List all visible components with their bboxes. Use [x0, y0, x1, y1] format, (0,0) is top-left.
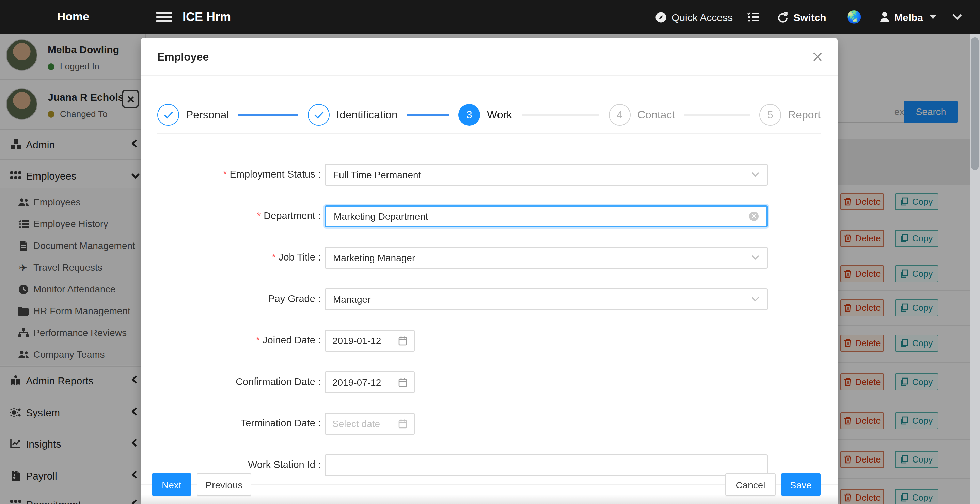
divider [158, 133, 821, 134]
work-station-id-label: Work Station Id [248, 459, 321, 470]
wizard-steps: Personal Identification 3 Work 4 Contact [158, 104, 821, 126]
switch-user-button[interactable]: Switch [777, 0, 826, 34]
chevron-down-icon [751, 255, 759, 260]
step-number-circle: 3 [458, 104, 480, 126]
calendar-icon [398, 377, 407, 387]
quick-access-button[interactable]: Quick Access [655, 0, 733, 34]
close-icon [813, 52, 822, 62]
next-button[interactable]: Next [152, 473, 191, 496]
modal-header: Employee [141, 38, 838, 76]
confirmation-date-label: Confirmation Date [235, 376, 321, 387]
chevron-down-icon [751, 296, 759, 302]
job-title-select[interactable]: Marketing Manager [325, 247, 767, 269]
step-number-circle: 5 [759, 104, 781, 126]
step-check-circle [158, 104, 179, 126]
step-connector [522, 114, 599, 116]
termination-date-picker[interactable]: Select date [325, 413, 415, 434]
termination-date-label: Termination Date [241, 418, 321, 428]
step-connector [239, 114, 298, 116]
form-row: Department Marketing Department ✕ [141, 205, 838, 227]
task-list-button[interactable] [747, 0, 759, 34]
step-identification[interactable]: Identification [308, 104, 458, 126]
modal-close-button[interactable] [813, 52, 823, 63]
employment-status-select[interactable]: Full Time Permanent [325, 164, 767, 186]
chevron-down-icon [751, 172, 759, 178]
navbar-collapse-button[interactable] [952, 0, 962, 34]
form-row: Work Station Id [141, 454, 838, 476]
globe-icon[interactable]: 🌏 [846, 0, 862, 34]
step-contact[interactable]: 4 Contact [609, 104, 759, 126]
step-connector [684, 114, 750, 116]
chevron-down-icon [952, 14, 962, 21]
pay-grade-select[interactable]: Manager [325, 288, 767, 310]
top-navbar: Home ICE Hrm Quick Access Switch 🌏 Melba [0, 0, 980, 34]
form-row: Job Title Marketing Manager [141, 247, 838, 269]
clear-icon[interactable]: ✕ [749, 212, 759, 221]
step-number-circle: 4 [609, 104, 631, 126]
checklist-icon [747, 11, 759, 22]
step-check-circle [308, 104, 329, 126]
user-icon [880, 11, 889, 22]
work-station-id-input[interactable] [325, 454, 767, 476]
form-row: Employment Status Full Time Permanent [141, 164, 838, 186]
step-connector [407, 114, 449, 116]
cancel-button[interactable]: Cancel [725, 473, 776, 496]
form-row: Confirmation Date 2019-07-12 [141, 371, 838, 393]
job-title-label: Job Title [272, 252, 321, 263]
form-row: Joined Date 2019-01-12 [141, 330, 838, 352]
switch-icon [777, 11, 789, 23]
department-label: Department [257, 210, 321, 221]
caret-down-icon [929, 15, 936, 19]
pay-grade-label: Pay Grade [268, 293, 321, 304]
employee-modal: Employee Personal Identification [141, 38, 838, 504]
employment-status-label: Employment Status [223, 169, 321, 179]
step-report[interactable]: 5 Report [759, 104, 821, 126]
app-root: ext Search Delete Copy Delete Copy [0, 0, 980, 504]
compass-icon [655, 11, 667, 23]
hamburger-menu-icon[interactable] [156, 10, 172, 24]
form-row: Pay Grade Manager [141, 288, 838, 310]
department-select[interactable]: Marketing Department ✕ [325, 205, 767, 227]
check-icon [163, 111, 173, 119]
app-title: ICE Hrm [183, 0, 231, 34]
joined-date-label: Joined Date [256, 334, 321, 346]
calendar-icon [398, 336, 407, 346]
step-personal[interactable]: Personal [158, 104, 308, 126]
modal-title: Employee [158, 51, 209, 63]
confirmation-date-picker[interactable]: 2019-07-12 [325, 371, 415, 393]
form-row: Termination Date Select date [141, 413, 838, 434]
scrollbar-thumb[interactable] [971, 37, 978, 170]
save-button[interactable]: Save [781, 473, 821, 496]
previous-button[interactable]: Previous [197, 473, 251, 496]
joined-date-picker[interactable]: 2019-01-12 [325, 330, 415, 352]
home-link[interactable]: Home [0, 0, 146, 34]
calendar-icon [398, 419, 407, 428]
page-scrollbar[interactable] [970, 34, 980, 504]
check-icon [313, 111, 324, 119]
user-menu[interactable]: Melba [880, 0, 936, 34]
step-work[interactable]: 3 Work [458, 104, 609, 126]
